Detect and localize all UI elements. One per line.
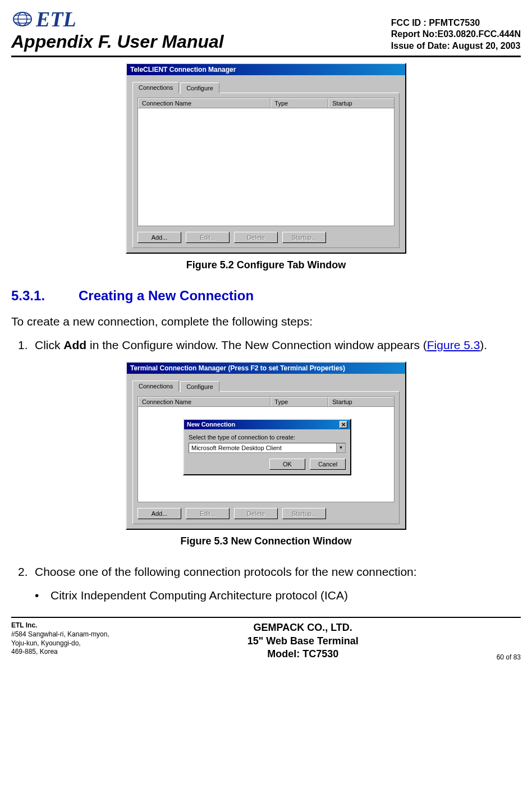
window-titlebar: TeleCLIENT Connection Manager xyxy=(127,64,405,75)
step-2: 2.Choose one of the following connection… xyxy=(11,564,521,580)
logo-and-title: ETL Appendix F. User Manual xyxy=(11,7,224,52)
intro-text: To create a new connection, complete the… xyxy=(11,314,521,329)
dialog-body: Select the type of connection to create:… xyxy=(184,429,350,474)
terminal-connection-manager-window: Terminal Connection Manager (Press F2 to… xyxy=(126,361,406,530)
figure-5-3-caption: Figure 5.3 New Connection Window xyxy=(11,535,521,547)
col-type[interactable]: Type xyxy=(270,98,328,108)
address-line-3: 469-885, Korea xyxy=(11,648,109,657)
section-heading-5-3-1: 5.3.1.Creating a New Connection xyxy=(11,288,521,304)
col-type[interactable]: Type xyxy=(270,397,328,406)
figure-5-3: Terminal Connection Manager (Press F2 to… xyxy=(11,361,521,530)
col-connection-name[interactable]: Connection Name xyxy=(138,98,270,108)
product-model: Model: TC7530 xyxy=(247,648,359,661)
bullet-text: Citrix Independent Computing Architectur… xyxy=(51,589,348,602)
fcc-id: FCC ID : PFMTC7530 xyxy=(391,17,521,29)
connection-type-combobox[interactable]: Microsoft Remote Desktop Client ▼ xyxy=(189,443,346,453)
figure-5-2-caption: Figure 5.2 Configure Tab Window xyxy=(11,259,521,271)
list-header: Connection Name Type Startup xyxy=(137,396,395,407)
footer-left: ETL Inc. #584 Sangwhal-ri, Kanam-myon, Y… xyxy=(11,621,109,656)
page-footer: ETL Inc. #584 Sangwhal-ri, Kanam-myon, Y… xyxy=(11,617,521,661)
add-button[interactable]: Add... xyxy=(137,232,181,243)
step-1-text-a: Click xyxy=(35,338,63,351)
dialog-title: New Connection xyxy=(187,421,235,428)
section-title: Creating a New Connection xyxy=(79,288,254,303)
connection-manager-window: TeleCLIENT Connection Manager Connection… xyxy=(126,63,406,254)
footer-center: GEMPACK CO., LTD. 15" Web Base Terminal … xyxy=(247,621,359,661)
connection-list[interactable] xyxy=(137,108,395,226)
new-connection-dialog: New Connection ✕ Select the type of conn… xyxy=(183,419,351,475)
close-icon[interactable]: ✕ xyxy=(340,421,347,428)
step-number: 2. xyxy=(18,564,35,580)
page-header: ETL Appendix F. User Manual FCC ID : PFM… xyxy=(11,7,521,57)
page-number: 60 of 83 xyxy=(497,653,521,661)
appendix-title: Appendix F. User Manual xyxy=(11,31,224,52)
issue-date: Issue of Date: August 20, 2003 xyxy=(391,40,521,52)
edit-button: Edit... xyxy=(186,232,230,243)
bullet-ica: •Citrix Independent Computing Architectu… xyxy=(11,588,521,603)
cancel-button[interactable]: Cancel xyxy=(310,459,346,470)
dialog-titlebar: New Connection ✕ xyxy=(184,420,350,429)
dialog-buttons: OK Cancel xyxy=(189,459,346,470)
chevron-down-icon[interactable]: ▼ xyxy=(336,443,345,452)
logo-text: ETL xyxy=(36,7,76,31)
header-info: FCC ID : PFMTC7530 Report No:E03.0820.FC… xyxy=(391,17,521,52)
bullet-dot: • xyxy=(35,588,51,603)
product-company: GEMPACK CO., LTD. xyxy=(247,621,359,634)
window-titlebar: Terminal Connection Manager (Press F2 to… xyxy=(127,363,405,374)
dialog-prompt: Select the type of connection to create: xyxy=(189,434,346,441)
tab-connections[interactable]: Connections xyxy=(132,82,179,93)
startup-button: Startup... xyxy=(282,508,326,519)
button-row: Add... Edit... Delete Startup... xyxy=(137,508,395,519)
combobox-value: Microsoft Remote Desktop Client xyxy=(189,443,336,452)
step-2-text: Choose one of the following connection p… xyxy=(35,565,417,578)
col-startup[interactable]: Startup xyxy=(328,397,394,406)
delete-button: Delete xyxy=(234,232,278,243)
add-button[interactable]: Add... xyxy=(137,508,181,519)
col-startup[interactable]: Startup xyxy=(328,98,394,108)
globe-icon xyxy=(11,11,34,28)
product-name: 15" Web Base Terminal xyxy=(247,635,359,648)
tab-configure[interactable]: Configure xyxy=(180,381,219,392)
address-line-2: Yoju-kun, Kyounggi-do, xyxy=(11,639,109,648)
configure-panel: Connection Name Type Startup Add... Edit… xyxy=(132,93,400,248)
report-no: Report No:E03.0820.FCC.444N xyxy=(391,29,521,40)
ok-button[interactable]: OK xyxy=(269,459,305,470)
address-line-1: #584 Sangwhal-ri, Kanam-myon, xyxy=(11,630,109,639)
startup-button: Startup... xyxy=(282,232,326,243)
tab-strip: Connections Configure xyxy=(132,381,400,392)
step-1-text-b: in the Configure window. The New Connect… xyxy=(86,338,427,351)
figure-5-3-link[interactable]: Figure 5.3 xyxy=(427,338,480,351)
tab-connections[interactable]: Connections xyxy=(132,381,179,392)
step-number: 1. xyxy=(18,337,35,353)
section-number: 5.3.1. xyxy=(11,288,79,304)
step-1-bold: Add xyxy=(63,338,86,351)
button-row: Add... Edit... Delete Startup... xyxy=(137,232,395,243)
tab-strip: Connections Configure xyxy=(132,82,400,93)
edit-button: Edit... xyxy=(186,508,230,519)
step-1-text-c: ). xyxy=(480,338,487,351)
tab-configure[interactable]: Configure xyxy=(180,83,219,94)
delete-button: Delete xyxy=(234,508,278,519)
figure-5-2: TeleCLIENT Connection Manager Connection… xyxy=(11,63,521,254)
col-connection-name[interactable]: Connection Name xyxy=(138,397,270,406)
list-header: Connection Name Type Startup xyxy=(137,98,395,108)
etl-logo: ETL xyxy=(11,7,224,31)
step-1: 1.Click Add in the Configure window. The… xyxy=(11,337,521,353)
company-name: ETL Inc. xyxy=(11,621,109,630)
